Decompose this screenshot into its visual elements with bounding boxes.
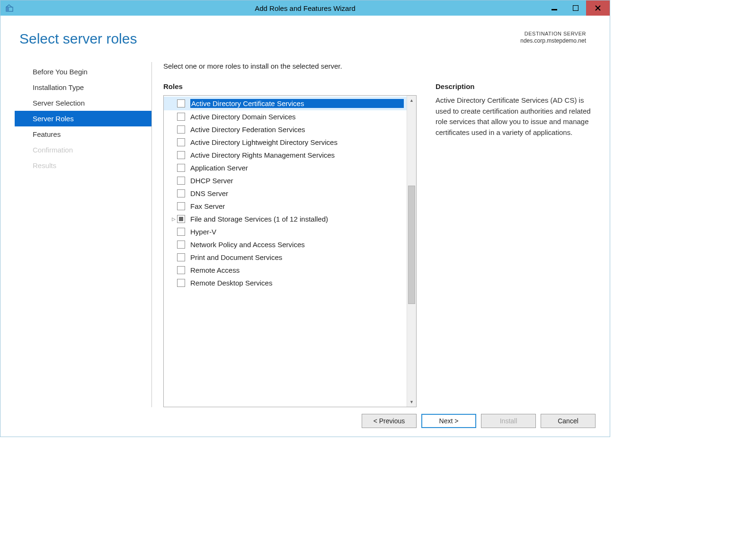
sidebar-item-confirmation: Confirmation bbox=[15, 142, 151, 158]
button-row: < Previous Next > Install Cancel bbox=[0, 407, 610, 437]
role-checkbox[interactable] bbox=[177, 241, 185, 249]
role-checkbox[interactable] bbox=[177, 253, 185, 261]
role-label: DHCP Server bbox=[190, 177, 404, 185]
roles-heading: Roles bbox=[163, 82, 417, 90]
role-checkbox[interactable] bbox=[177, 99, 185, 107]
content-area: Before You BeginInstallation TypeServer … bbox=[0, 51, 610, 407]
role-item[interactable]: Active Directory Lightweight Directory S… bbox=[164, 136, 407, 149]
role-item[interactable]: Active Directory Federation Services bbox=[164, 123, 407, 136]
role-checkbox[interactable] bbox=[177, 125, 185, 134]
role-item[interactable]: Active Directory Rights Management Servi… bbox=[164, 149, 407, 161]
role-label: Active Directory Federation Services bbox=[190, 125, 404, 134]
roles-listbox: Active Directory Certificate ServicesAct… bbox=[163, 95, 417, 407]
previous-button[interactable]: < Previous bbox=[362, 414, 417, 428]
destination-server: ndes.corp.mstepdemo.net bbox=[520, 37, 586, 44]
scroll-up-button[interactable]: ▲ bbox=[407, 96, 416, 105]
maximize-button[interactable] bbox=[565, 0, 586, 16]
role-checkbox[interactable] bbox=[177, 266, 185, 274]
role-label: Active Directory Certificate Services bbox=[190, 99, 404, 108]
sidebar-item-server-roles[interactable]: Server Roles bbox=[15, 111, 151, 126]
role-checkbox[interactable] bbox=[177, 164, 185, 172]
role-item[interactable]: Hyper-V bbox=[164, 225, 407, 238]
sidebar-nav: Before You BeginInstallation TypeServer … bbox=[15, 62, 152, 407]
destination-label: DESTINATION SERVER bbox=[520, 31, 586, 36]
role-label: File and Storage Services (1 of 12 insta… bbox=[190, 215, 404, 223]
role-item[interactable]: Active Directory Certificate Services bbox=[164, 97, 407, 110]
role-item[interactable]: Remote Desktop Services bbox=[164, 277, 407, 289]
role-label: DNS Server bbox=[190, 189, 404, 197]
role-label: Active Directory Rights Management Servi… bbox=[190, 151, 404, 159]
scroll-track[interactable] bbox=[407, 105, 416, 397]
svg-rect-1 bbox=[6, 7, 9, 11]
roles-column: Roles Active Directory Certificate Servi… bbox=[163, 82, 417, 407]
app-icon bbox=[5, 4, 14, 12]
description-column: Description Active Directory Certificate… bbox=[436, 82, 596, 407]
role-label: Application Server bbox=[190, 164, 404, 172]
description-text: Active Directory Certificate Services (A… bbox=[436, 95, 596, 138]
role-label: Hyper-V bbox=[190, 228, 404, 236]
chevron-down-icon: ▼ bbox=[409, 400, 414, 404]
minimize-button[interactable] bbox=[543, 0, 565, 16]
roles-list[interactable]: Active Directory Certificate ServicesAct… bbox=[164, 96, 407, 407]
sidebar-item-server-selection[interactable]: Server Selection bbox=[15, 95, 151, 111]
role-checkbox[interactable] bbox=[177, 138, 185, 146]
window-title: Add Roles and Features Wizard bbox=[255, 4, 356, 12]
role-item[interactable]: Network Policy and Access Services bbox=[164, 238, 407, 251]
window-controls bbox=[543, 0, 610, 16]
role-label: Network Policy and Access Services bbox=[190, 241, 404, 249]
sidebar-item-installation-type[interactable]: Installation Type bbox=[15, 80, 151, 95]
cancel-button[interactable]: Cancel bbox=[541, 414, 596, 428]
instructions-text: Select one or more roles to install on t… bbox=[163, 62, 596, 70]
role-label: Active Directory Domain Services bbox=[190, 113, 404, 121]
role-item[interactable]: Print and Document Services bbox=[164, 251, 407, 264]
sidebar-item-features[interactable]: Features bbox=[15, 126, 151, 142]
role-item[interactable]: ▷File and Storage Services (1 of 12 inst… bbox=[164, 213, 407, 225]
role-checkbox[interactable] bbox=[177, 202, 185, 210]
columns: Roles Active Directory Certificate Servi… bbox=[163, 82, 596, 407]
main-panel: Select one or more roles to install on t… bbox=[152, 62, 596, 407]
wizard-window: Add Roles and Features Wizard Select ser… bbox=[0, 0, 610, 437]
close-button[interactable] bbox=[586, 0, 610, 16]
sidebar-item-before-you-begin[interactable]: Before You Begin bbox=[15, 64, 151, 80]
role-checkbox[interactable] bbox=[177, 177, 185, 185]
install-button: Install bbox=[481, 414, 536, 428]
role-item[interactable]: DHCP Server bbox=[164, 174, 407, 187]
titlebar: Add Roles and Features Wizard bbox=[0, 0, 610, 16]
expand-icon[interactable]: ▷ bbox=[170, 216, 177, 222]
role-checkbox[interactable] bbox=[177, 151, 185, 159]
next-button[interactable]: Next > bbox=[421, 414, 476, 428]
role-label: Remote Access bbox=[190, 266, 404, 274]
role-item[interactable]: Fax Server bbox=[164, 200, 407, 213]
role-label: Print and Document Services bbox=[190, 253, 404, 261]
role-item[interactable]: Application Server bbox=[164, 161, 407, 174]
role-item[interactable]: DNS Server bbox=[164, 187, 407, 200]
header-area: Select server roles DESTINATION SERVER n… bbox=[0, 16, 610, 51]
role-checkbox[interactable] bbox=[177, 279, 185, 287]
page-title: Select server roles bbox=[19, 31, 137, 47]
scroll-thumb[interactable] bbox=[408, 186, 415, 304]
description-heading: Description bbox=[436, 82, 596, 90]
sidebar-item-results: Results bbox=[15, 158, 151, 173]
role-item[interactable]: Remote Access bbox=[164, 264, 407, 277]
role-item[interactable]: Active Directory Domain Services bbox=[164, 110, 407, 123]
role-label: Active Directory Lightweight Directory S… bbox=[190, 138, 404, 146]
role-label: Remote Desktop Services bbox=[190, 279, 404, 287]
chevron-up-icon: ▲ bbox=[409, 98, 414, 103]
role-checkbox[interactable] bbox=[177, 113, 185, 121]
role-label: Fax Server bbox=[190, 202, 404, 210]
scrollbar: ▲ ▼ bbox=[407, 96, 416, 407]
scroll-down-button[interactable]: ▼ bbox=[407, 397, 416, 407]
svg-rect-3 bbox=[573, 5, 578, 11]
role-checkbox[interactable] bbox=[177, 189, 185, 197]
destination-block: DESTINATION SERVER ndes.corp.mstepdemo.n… bbox=[520, 31, 586, 44]
role-checkbox[interactable] bbox=[177, 215, 185, 223]
svg-rect-2 bbox=[551, 9, 557, 10]
role-checkbox[interactable] bbox=[177, 228, 185, 236]
